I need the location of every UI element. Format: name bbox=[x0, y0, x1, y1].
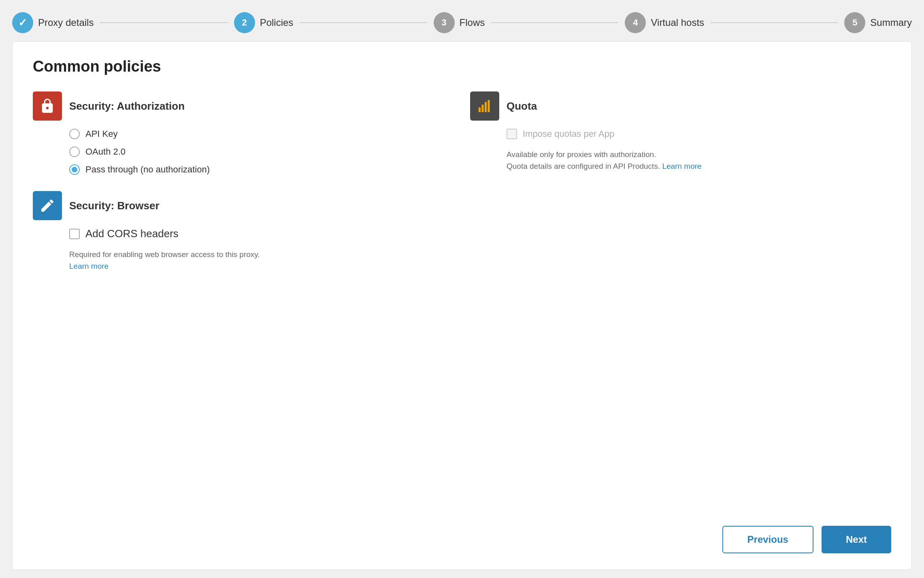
radio-circle-pass-through bbox=[69, 164, 80, 175]
security-browser-section: Security: Browser Add CORS headers Requi… bbox=[33, 191, 891, 272]
main-card: Common policies Security: Authorization … bbox=[12, 41, 912, 570]
quota-learn-more-link[interactable]: Learn more bbox=[662, 162, 701, 170]
security-authorization-header: Security: Authorization bbox=[33, 91, 454, 121]
chart-icon bbox=[477, 98, 493, 114]
security-authorization-section: Security: Authorization API Key OAuth 2.… bbox=[33, 91, 454, 175]
radio-label-pass-through: Pass through (no authorization) bbox=[85, 164, 210, 175]
step-label-summary: Summary bbox=[870, 17, 912, 28]
radio-label-api-key: API Key bbox=[85, 129, 117, 139]
step-number-flows: 3 bbox=[441, 17, 446, 28]
cors-helper-text: Required for enabling web browser access… bbox=[33, 249, 891, 272]
step-policies[interactable]: 2 Policies bbox=[234, 12, 294, 33]
step-label-policies: Policies bbox=[260, 17, 294, 28]
quota-header: Quota bbox=[470, 91, 891, 121]
radio-circle-api-key bbox=[69, 129, 80, 139]
radio-pass-through[interactable]: Pass through (no authorization) bbox=[69, 164, 454, 175]
security-browser-header: Security: Browser bbox=[33, 191, 891, 220]
lock-icon bbox=[39, 98, 55, 114]
policies-grid: Security: Authorization API Key OAuth 2.… bbox=[33, 91, 891, 175]
quota-section: Quota Impose quotas per App Available on… bbox=[470, 91, 891, 175]
step-circle-summary: 5 bbox=[844, 12, 865, 33]
radio-oauth[interactable]: OAuth 2.0 bbox=[69, 147, 454, 157]
step-summary[interactable]: 5 Summary bbox=[844, 12, 912, 33]
quota-checkbox-option[interactable]: Impose quotas per App bbox=[507, 129, 891, 139]
previous-button[interactable]: Previous bbox=[722, 526, 813, 553]
stepper: ✓ Proxy details 2 Policies 3 Flows 4 Vir… bbox=[12, 8, 912, 41]
step-circle-virtual-hosts: 4 bbox=[625, 12, 646, 33]
svg-rect-1 bbox=[482, 105, 484, 112]
cors-helper-text-content: Required for enabling web browser access… bbox=[69, 250, 260, 259]
step-connector-1 bbox=[100, 22, 227, 23]
step-number-policies: 2 bbox=[242, 17, 247, 28]
svg-rect-2 bbox=[485, 102, 487, 112]
radio-options: API Key OAuth 2.0 Pass through (no autho… bbox=[33, 129, 454, 175]
bottom-navigation: Previous Next bbox=[722, 526, 891, 553]
radio-label-oauth: OAuth 2.0 bbox=[85, 147, 126, 157]
step-flows[interactable]: 3 Flows bbox=[434, 12, 485, 33]
edit-icon bbox=[39, 198, 55, 214]
step-circle-flows: 3 bbox=[434, 12, 455, 33]
security-authorization-title: Security: Authorization bbox=[69, 100, 185, 113]
quota-checkbox[interactable] bbox=[507, 129, 517, 139]
security-authorization-icon bbox=[33, 91, 62, 121]
step-label-proxy-details: Proxy details bbox=[38, 17, 94, 28]
step-label-virtual-hosts: Virtual hosts bbox=[651, 17, 704, 28]
step-number-summary: 5 bbox=[852, 17, 857, 28]
step-proxy-details[interactable]: ✓ Proxy details bbox=[12, 12, 94, 33]
quota-icon bbox=[470, 91, 499, 121]
security-browser-title: Security: Browser bbox=[69, 200, 160, 212]
step-circle-policies: 2 bbox=[234, 12, 255, 33]
step-connector-3 bbox=[491, 22, 618, 23]
cors-checkbox[interactable] bbox=[69, 229, 80, 239]
step-connector-2 bbox=[300, 22, 427, 23]
next-button[interactable]: Next bbox=[822, 526, 891, 553]
step-number-virtual-hosts: 4 bbox=[633, 17, 638, 28]
quota-checkbox-options: Impose quotas per App bbox=[470, 129, 891, 139]
radio-api-key[interactable]: API Key bbox=[69, 129, 454, 139]
cors-label: Add CORS headers bbox=[85, 227, 179, 240]
step-connector-4 bbox=[711, 22, 838, 23]
quota-helper-text: Available only for proxies with authoriz… bbox=[470, 149, 891, 172]
step-circle-proxy-details: ✓ bbox=[12, 12, 33, 33]
card-title: Common policies bbox=[33, 58, 891, 75]
quota-helper-text-content: Available only for proxies with authoriz… bbox=[507, 150, 662, 170]
security-browser-icon bbox=[33, 191, 62, 220]
svg-rect-3 bbox=[488, 100, 490, 112]
quota-title: Quota bbox=[507, 100, 537, 113]
quota-checkbox-label: Impose quotas per App bbox=[523, 129, 614, 139]
check-icon: ✓ bbox=[18, 17, 27, 29]
step-label-flows: Flows bbox=[460, 17, 485, 28]
cors-row: Add CORS headers bbox=[69, 227, 891, 240]
radio-circle-oauth bbox=[69, 147, 80, 157]
step-virtual-hosts[interactable]: 4 Virtual hosts bbox=[625, 12, 704, 33]
svg-rect-0 bbox=[479, 107, 481, 112]
cors-learn-more-link[interactable]: Learn more bbox=[69, 262, 109, 270]
